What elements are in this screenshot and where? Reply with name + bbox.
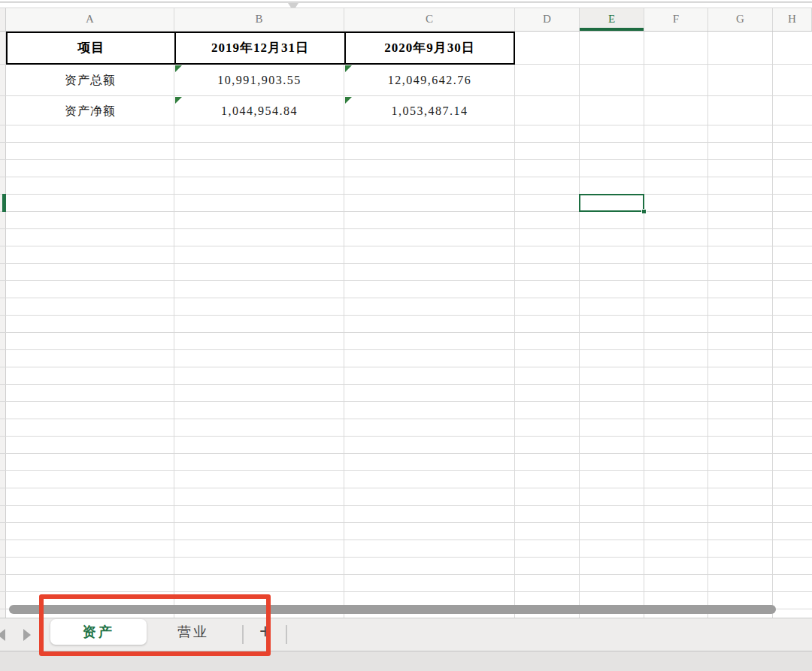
formula-bar-edge: [0, 0, 812, 8]
column-header-e[interactable]: E: [580, 8, 644, 31]
select-all-corner[interactable]: [0, 8, 6, 31]
cell-label-net-assets[interactable]: 资产净额: [6, 96, 174, 125]
annotation-red-box: [39, 594, 271, 656]
grid-horizontal-lines: [0, 125, 812, 618]
scroll-tabs-left-icon[interactable]: [0, 629, 5, 641]
column-header-h[interactable]: H: [773, 8, 812, 31]
error-indicator-triangle-icon: [175, 97, 182, 104]
sheet-grid[interactable]: 项目 2019年12月31日 2020年9月30日 资产总额 10,991,90…: [0, 32, 812, 618]
error-indicator-triangle-icon: [175, 65, 182, 72]
header-cell-date-2020[interactable]: 2020年9月30日: [344, 33, 514, 63]
spreadsheet-app: A B C D E F G H 项目 2019年12月31日 2020年9月30…: [0, 0, 812, 671]
cell-value-text: 1,044,954.84: [221, 104, 298, 117]
selected-cell[interactable]: [579, 194, 644, 212]
error-indicator-triangle-icon: [345, 65, 352, 72]
column-header-b[interactable]: B: [174, 8, 344, 31]
column-header-d[interactable]: D: [515, 8, 580, 31]
cell-value-text: 10,991,903.55: [217, 74, 301, 86]
column-header-f[interactable]: F: [644, 8, 708, 31]
error-indicator-triangle-icon: [345, 97, 352, 104]
column-header-row: A B C D E F G H: [0, 8, 812, 32]
cell-value-text: 1,053,487.14: [392, 104, 468, 117]
selected-column-underline: [580, 28, 644, 31]
fill-handle[interactable]: [641, 209, 647, 214]
column-header-c[interactable]: C: [344, 8, 515, 31]
table-header-row: 项目 2019年12月31日 2020年9月30日: [6, 32, 515, 65]
scroll-tabs-right-icon[interactable]: [23, 629, 31, 641]
cell-label-total-assets[interactable]: 资产总额: [6, 65, 174, 96]
cell-value-total-assets-2020[interactable]: 12,049,642.76: [344, 65, 515, 96]
column-header-g[interactable]: G: [708, 8, 773, 31]
cell-value-text: 12,049,642.76: [388, 74, 472, 86]
tab-separator: [286, 625, 287, 644]
cell-value-total-assets-2019[interactable]: 10,991,903.55: [174, 65, 344, 96]
cell-value-net-assets-2020[interactable]: 1,053,487.14: [344, 96, 515, 125]
header-cell-item[interactable]: 项目: [8, 33, 174, 63]
selected-row-indicator: [2, 194, 6, 212]
header-cell-date-2019[interactable]: 2019年12月31日: [174, 33, 344, 63]
cell-value-net-assets-2019[interactable]: 1,044,954.84: [174, 96, 344, 125]
formula-bar-divider: [0, 2, 812, 3]
column-header-a[interactable]: A: [6, 8, 174, 31]
column-header-e-label: E: [608, 13, 615, 25]
